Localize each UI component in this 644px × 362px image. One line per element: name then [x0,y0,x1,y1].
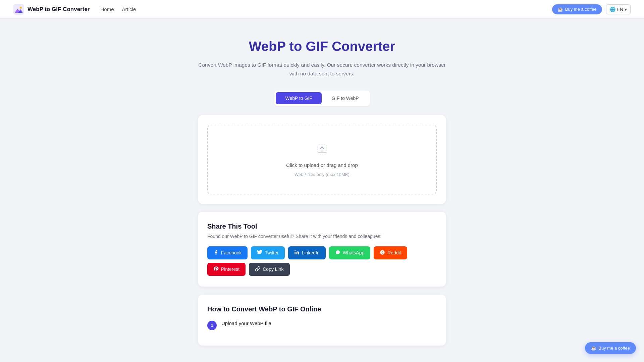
share-whatsapp-label: WhatsApp [343,250,365,255]
coffee-icon: ☕ [557,7,563,12]
brand-icon [13,4,24,15]
globe-icon: 🌐 [610,7,615,12]
floating-coffee-icon: ☕ [591,346,596,351]
tab-gif-to-webp[interactable]: GIF to WebP [322,92,368,104]
upload-card: Click to upload or drag and drop WebP fi… [198,115,446,204]
pinterest-icon [213,266,219,273]
twitter-icon [257,250,262,256]
howto-card: How to Convert WebP to GIF Online 1 Uplo… [198,295,446,346]
buy-coffee-label: Buy me a coffee [565,7,597,12]
step-label-1: Upload your WebP file [221,320,271,326]
lang-label: EN [617,7,623,12]
chevron-down-icon: ▾ [625,7,627,12]
step-number-1: 1 [207,321,217,330]
share-linkedin-label: LinkedIn [302,250,320,255]
svg-point-5 [294,250,296,251]
reddit-icon [380,250,385,256]
share-twitter-button[interactable]: Twitter [251,246,284,259]
navbar-left: WebP to GIF Converter Home Article [13,4,136,15]
tab-container: WebP to GIF GIF to WebP [274,90,370,106]
brand-logo[interactable]: WebP to GIF Converter [13,4,90,15]
copy-link-icon [255,266,260,273]
main-content: WebP to GIF Converter Convert WebP image… [191,19,453,359]
svg-point-7 [382,252,382,253]
upload-dropzone[interactable]: Click to upload or drag and drop WebP fi… [207,125,437,194]
navbar: WebP to GIF Converter Home Article ☕ Buy… [0,0,644,19]
hero-subtitle: Convert WebP images to GIF format quickl… [198,61,446,78]
share-linkedin-button[interactable]: LinkedIn [288,246,326,259]
share-twitter-label: Twitter [265,250,278,255]
share-pinterest-button[interactable]: Pinterest [207,263,246,276]
share-pinterest-label: Pinterest [221,266,239,272]
share-facebook-label: Facebook [221,250,241,255]
howto-step-1: 1 Upload your WebP file [207,320,437,330]
share-whatsapp-button[interactable]: WhatsApp [329,246,371,259]
brand-name: WebP to GIF Converter [28,6,90,13]
nav-article[interactable]: Article [122,6,136,12]
navbar-right: ☕ Buy me a coffee 🌐 EN ▾ [552,4,631,14]
floating-buy-coffee-button[interactable]: ☕ Buy me a coffee [585,342,636,354]
svg-point-8 [383,252,383,253]
share-copy-link-button[interactable]: Copy Link [249,263,289,276]
svg-point-3 [20,7,22,9]
share-buttons: Facebook Twitter LinkedIn WhatsApp [207,246,437,276]
facebook-icon [213,250,219,256]
whatsapp-icon [335,250,340,256]
share-facebook-button[interactable]: Facebook [207,246,248,259]
svg-point-6 [380,250,385,254]
upload-icon [315,142,329,158]
upload-main-text: Click to upload or drag and drop [286,162,358,168]
share-description: Found our WebP to GIF converter useful? … [207,234,437,239]
upload-sub-text: WebP files only (max 10MB) [294,172,350,177]
buy-coffee-button[interactable]: ☕ Buy me a coffee [552,4,602,14]
share-reddit-label: Reddit [387,250,401,255]
share-reddit-button[interactable]: Reddit [374,246,407,259]
language-selector[interactable]: 🌐 EN ▾ [606,4,631,14]
share-copy-link-label: Copy Link [263,266,283,272]
nav-links: Home Article [100,6,136,12]
tab-webp-to-gif[interactable]: WebP to GIF [276,92,321,104]
svg-rect-0 [13,4,24,15]
nav-home[interactable]: Home [100,6,114,12]
linkedin-icon [294,250,300,256]
share-card: Share This Tool Found our WebP to GIF co… [198,212,446,287]
howto-title: How to Convert WebP to GIF Online [207,305,437,313]
page-title: WebP to GIF Converter [198,39,446,54]
share-title: Share This Tool [207,223,437,230]
floating-coffee-label: Buy me a coffee [598,346,630,351]
conversion-tabs: WebP to GIF GIF to WebP [198,90,446,106]
